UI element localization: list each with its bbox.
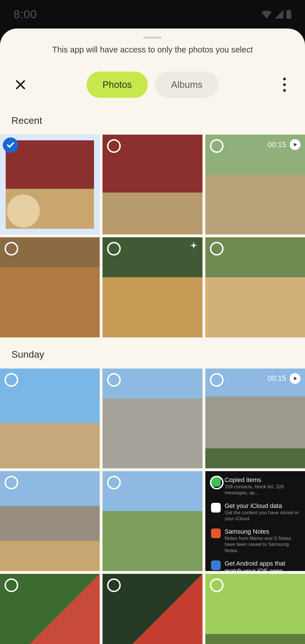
overflow-dot-icon <box>283 83 286 86</box>
photo-cell[interactable] <box>103 135 202 234</box>
tab-albums[interactable]: Albums <box>155 72 218 98</box>
notif-app-icon <box>211 560 221 570</box>
status-time: 8:00 <box>14 8 37 21</box>
photo-cell[interactable] <box>0 237 100 337</box>
photo-cell[interactable] <box>103 574 202 644</box>
photo-thumbnail <box>0 368 100 468</box>
status-icons <box>261 10 291 19</box>
section-title: Sunday <box>0 349 305 368</box>
drag-handle-area[interactable] <box>0 29 305 39</box>
notif-subtitle: Notes from Memo and S Notes have been sa… <box>225 535 299 554</box>
photo-thumbnail <box>103 368 202 468</box>
notif-title: Get Android apps that match your iOS app… <box>225 560 299 571</box>
photo-cell[interactable] <box>0 368 100 468</box>
notif-app-icon <box>211 503 221 513</box>
tab-albums-label: Albums <box>171 79 202 90</box>
photo-cell[interactable] <box>205 574 305 644</box>
photo-thumbnail <box>103 574 202 644</box>
picker-tabs: Photos Albums <box>35 72 270 98</box>
photo-thumbnail: Copied items159 contacts, block list, 22… <box>205 471 305 571</box>
notif-title: Copied items <box>225 476 299 484</box>
photo-thumbnail <box>0 237 100 337</box>
photo-cell[interactable] <box>0 135 100 234</box>
notif-subtitle: Get the content you have stored in your … <box>225 510 299 522</box>
wifi-icon <box>261 10 272 19</box>
photo-cell[interactable]: 00:15 <box>205 135 305 234</box>
photo-cell[interactable] <box>103 471 202 571</box>
picker-header: Photos Albums <box>0 72 305 115</box>
cell-icon <box>275 10 283 19</box>
close-button[interactable] <box>11 76 30 94</box>
photo-cell[interactable] <box>0 574 100 644</box>
photo-picker-sheet: This app will have access to only the ph… <box>0 29 305 644</box>
photo-cell[interactable] <box>205 237 305 337</box>
photo-thumbnail <box>0 471 100 571</box>
photo-thumbnail <box>103 237 202 337</box>
notif-subtitle: 159 contacts, block list, 226 messages, … <box>225 484 299 496</box>
notif-title: Samsung Notes <box>225 528 299 535</box>
photo-cell[interactable]: 00:15 <box>205 368 305 468</box>
photo-grid: 00:15Copied items159 contacts, block lis… <box>0 368 305 644</box>
photo-cell[interactable]: Copied items159 contacts, block list, 22… <box>205 471 305 571</box>
device-screen: 8:00 This app will have access to only t… <box>0 0 305 644</box>
status-bar: 8:00 <box>0 0 305 29</box>
close-icon <box>15 79 26 90</box>
tab-photos-label: Photos <box>103 79 132 90</box>
photo-thumbnail <box>0 574 100 644</box>
photo-cell[interactable] <box>0 471 100 571</box>
notif-title: Get your iCloud data <box>225 502 299 510</box>
permission-text: This app will have access to only the ph… <box>0 39 305 72</box>
photo-sections: Recent00:15Sunday00:15Copied items159 co… <box>0 115 305 644</box>
photo-thumbnail <box>205 368 305 468</box>
photo-cell[interactable] <box>103 237 202 337</box>
photo-thumbnail <box>205 574 305 644</box>
photo-thumbnail <box>205 237 305 337</box>
overflow-dot-icon <box>283 89 286 92</box>
photo-thumbnail <box>6 140 94 229</box>
notif-app-icon <box>211 477 221 487</box>
section-title: Recent <box>0 115 305 135</box>
tab-photos[interactable]: Photos <box>87 72 148 98</box>
drag-handle-icon <box>144 37 162 39</box>
photo-thumbnail <box>103 471 202 571</box>
overflow-button[interactable] <box>275 76 294 94</box>
notif-app-icon <box>211 528 221 538</box>
battery-icon <box>286 10 291 19</box>
photo-thumbnail <box>205 135 305 234</box>
photo-thumbnail <box>103 135 202 234</box>
photo-cell[interactable] <box>103 368 202 468</box>
photo-grid: 00:15 <box>0 135 305 349</box>
overflow-dot-icon <box>283 78 286 80</box>
